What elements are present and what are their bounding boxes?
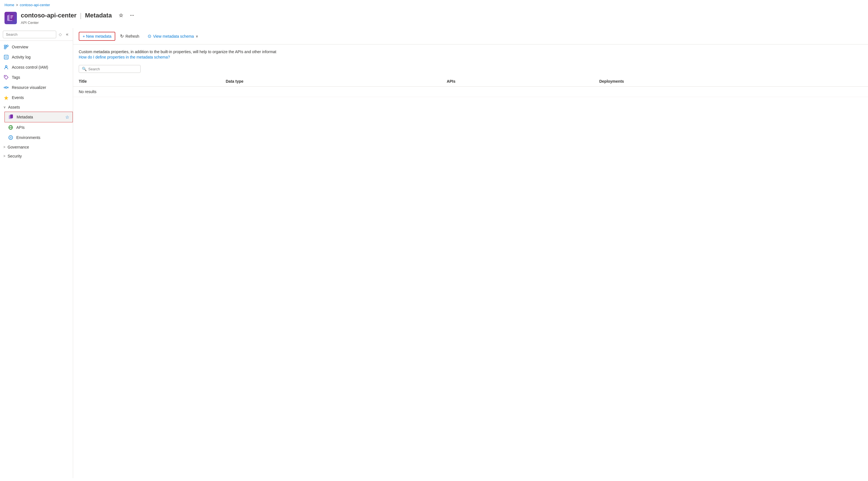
resource-subtitle: API Center [21, 21, 137, 25]
content-search-bar: 🔍 [73, 63, 868, 75]
svg-point-6 [4, 45, 6, 47]
svg-line-11 [6, 47, 7, 48]
sidebar-search-bar: ◇ « [0, 28, 73, 41]
governance-section-label: Governance [8, 145, 29, 149]
sidebar-item-label-metadata: Metadata [17, 115, 62, 119]
toolbar: + New metadata ↻ Refresh ⊙ View metadata… [73, 28, 868, 44]
sidebar-item-access-control[interactable]: Access control (IAM) [0, 62, 73, 72]
assets-chevron-icon: ∨ [3, 105, 6, 109]
sidebar-item-metadata[interactable]: Metadata ☆ [4, 112, 73, 122]
title-separator: | [80, 11, 82, 20]
security-chevron-icon: > [3, 154, 5, 158]
table-header-row: Title Data type APIs Deployments [73, 76, 868, 87]
page-header-text: contoso-api-center | Metadata ☆ ··· API … [21, 11, 137, 25]
svg-point-7 [6, 45, 8, 47]
sidebar-item-label-activity-log: Activity log [12, 55, 69, 59]
svg-point-30 [10, 137, 11, 138]
governance-chevron-icon: > [3, 145, 5, 149]
sidebar-diamond-icon: ◇ [58, 31, 63, 38]
no-results-cell: No results [73, 87, 868, 97]
new-metadata-label: + New metadata [83, 34, 111, 38]
new-metadata-button[interactable]: + New metadata [79, 32, 115, 41]
activity-log-icon [3, 54, 9, 60]
description-area: Custom metadata properties, in addition … [73, 44, 868, 63]
breadcrumb-home[interactable]: Home [4, 3, 14, 7]
svg-rect-24 [10, 115, 13, 118]
description-text: Custom metadata properties, in addition … [79, 49, 862, 55]
sidebar-item-events[interactable]: Events [0, 93, 73, 103]
sidebar-section-governance[interactable]: > Governance [0, 143, 73, 152]
svg-point-8 [4, 47, 6, 49]
view-schema-button[interactable]: ⊙ View metadata schema ∨ [144, 31, 202, 41]
sidebar-item-label-resource-visualizer: Resource visualizer [12, 85, 69, 90]
resource-visualizer-icon [3, 85, 9, 90]
page-title: Metadata [85, 12, 112, 19]
sidebar: ◇ « Overview [0, 28, 73, 478]
security-section-label: Security [8, 154, 22, 158]
svg-marker-21 [4, 96, 8, 100]
refresh-label: Refresh [125, 34, 139, 38]
sidebar-item-label-events: Events [12, 95, 69, 100]
sidebar-section-security[interactable]: > Security [0, 152, 73, 161]
more-options-icon[interactable]: ··· [128, 11, 137, 20]
svg-point-15 [5, 76, 6, 77]
favorite-star-icon[interactable]: ☆ [116, 11, 125, 20]
sidebar-item-label-access-control: Access control (IAM) [12, 65, 69, 69]
description-main-text: Custom metadata properties, in addition … [79, 50, 276, 54]
col-deployments: Deployments [594, 76, 868, 87]
sidebar-item-tags[interactable]: Tags [0, 72, 73, 83]
refresh-button[interactable]: ↻ Refresh [116, 31, 143, 41]
resource-icon [4, 12, 17, 24]
sidebar-collapse-button[interactable]: « [64, 30, 70, 38]
page-header: contoso-api-center | Metadata ☆ ··· API … [0, 9, 868, 28]
description-link[interactable]: How do I define properties in the metada… [79, 55, 170, 59]
environments-icon [8, 135, 13, 140]
sidebar-item-environments[interactable]: Environments [4, 132, 73, 143]
sidebar-item-label-overview: Overview [12, 45, 69, 49]
content-search-input[interactable] [88, 67, 133, 71]
col-data-type: Data type [220, 76, 441, 87]
assets-section-label: Assets [8, 105, 20, 110]
apis-icon [8, 125, 13, 130]
sidebar-search-input[interactable] [3, 31, 56, 38]
content-search-wrapper: 🔍 [79, 65, 141, 73]
sidebar-item-apis[interactable]: APIs [4, 122, 73, 132]
svg-rect-5 [10, 18, 12, 18]
refresh-icon: ↻ [120, 33, 124, 39]
breadcrumb-current[interactable]: contoso-api-center [20, 3, 50, 7]
svg-rect-13 [5, 56, 7, 58]
content-search-icon: 🔍 [82, 67, 87, 71]
sidebar-nav: Overview Activity log [0, 41, 73, 478]
metadata-star-icon[interactable]: ☆ [65, 115, 69, 120]
access-control-icon [3, 64, 9, 70]
events-icon [3, 95, 9, 100]
breadcrumb: Home > contoso-api-center [0, 0, 868, 9]
view-schema-label: View metadata schema [153, 34, 194, 38]
view-schema-chevron-icon: ∨ [196, 34, 198, 38]
sidebar-item-overview[interactable]: Overview [0, 42, 73, 52]
sidebar-item-label-environments: Environments [16, 135, 69, 140]
breadcrumb-separator: > [16, 3, 18, 7]
col-title: Title [73, 76, 220, 87]
sidebar-item-label-apis: APIs [16, 125, 69, 130]
main-layout: ◇ « Overview [0, 28, 868, 478]
metadata-icon [8, 114, 14, 120]
resource-name: contoso-api-center [21, 12, 76, 19]
svg-point-18 [7, 87, 8, 88]
sidebar-assets-children: Metadata ☆ APIs [0, 112, 73, 143]
sidebar-item-resource-visualizer[interactable]: Resource visualizer [0, 83, 73, 93]
no-results-row: No results [73, 87, 868, 97]
tags-icon [3, 74, 9, 80]
svg-rect-4 [10, 17, 13, 17]
svg-point-14 [5, 65, 7, 67]
view-schema-icon: ⊙ [148, 33, 151, 39]
sidebar-section-assets[interactable]: ∨ Assets [0, 103, 73, 112]
data-table: Title Data type APIs Deployments No resu… [73, 76, 868, 97]
svg-point-17 [4, 87, 5, 88]
col-apis: APIs [441, 76, 594, 87]
sidebar-item-activity-log[interactable]: Activity log [0, 52, 73, 62]
overview-icon [3, 44, 9, 50]
content-area: + New metadata ↻ Refresh ⊙ View metadata… [73, 28, 868, 478]
sidebar-item-label-tags: Tags [12, 75, 69, 80]
svg-point-16 [5, 87, 7, 88]
